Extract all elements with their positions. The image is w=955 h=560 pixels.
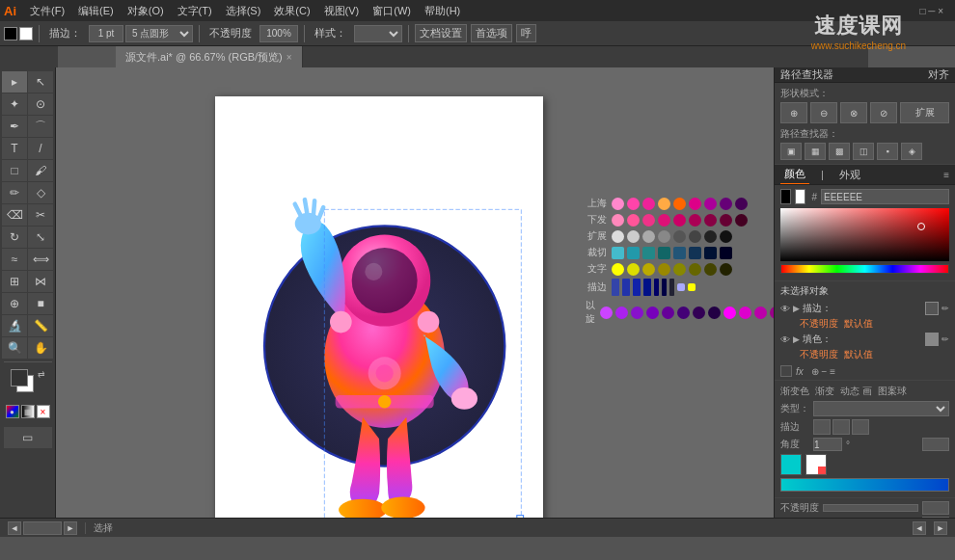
stroke-edit-icon[interactable]: ✏	[941, 304, 949, 313]
fill-triangle[interactable]: ▶	[793, 334, 800, 344]
swatch-dot[interactable]	[735, 214, 748, 227]
pen-tool[interactable]: ✒	[2, 116, 27, 137]
pf-btn-2[interactable]: ▦	[805, 143, 826, 160]
swatch-dot[interactable]	[693, 307, 705, 319]
swatch-bar[interactable]	[662, 279, 667, 296]
swatch-dot[interactable]	[704, 247, 717, 259]
swap-icon[interactable]: ⇄	[38, 369, 45, 379]
swatch-dot[interactable]	[720, 247, 732, 259]
position-value[interactable]	[922, 517, 949, 518]
shape-builder-tool[interactable]: ⊕	[2, 293, 27, 314]
swatch-dot[interactable]	[658, 214, 670, 227]
swatch-dot[interactable]	[615, 307, 628, 319]
width-tool[interactable]: ⟺	[28, 249, 53, 270]
doc-setup-button[interactable]: 文档设置	[415, 24, 467, 42]
menu-file[interactable]: 文件(F)	[24, 2, 70, 20]
swatch-dot[interactable]	[689, 263, 701, 276]
direct-selection-tool[interactable]: ↖	[28, 71, 53, 93]
free-transform-tool[interactable]: ⊞	[2, 271, 27, 292]
document-tab[interactable]: 源文件.ai* @ 66.67% (RGB/预览) ×	[116, 46, 303, 67]
swatch-bar[interactable]	[622, 279, 630, 296]
fill-edit-icon[interactable]: ✏	[941, 334, 949, 344]
swatch-dot[interactable]	[739, 307, 751, 319]
angle-input[interactable]	[813, 438, 842, 451]
color-stop-white[interactable]	[805, 454, 827, 475]
swatch-bar[interactable]	[633, 279, 641, 296]
swatch-dot[interactable]	[627, 263, 640, 276]
swatch-dot[interactable]	[708, 307, 721, 319]
opacity-value[interactable]	[922, 501, 949, 515]
swatch-dot[interactable]	[658, 263, 670, 276]
fill-color-swatch[interactable]	[925, 333, 939, 346]
line-tool[interactable]: /	[28, 138, 53, 159]
swatch-dot[interactable]	[612, 230, 624, 243]
menu-object[interactable]: 对象(O)	[122, 2, 170, 20]
preferences-button[interactable]: 首选项	[471, 24, 512, 42]
gradient-bar[interactable]	[780, 478, 949, 492]
appearance-tab[interactable]: 外观	[835, 166, 864, 184]
swatch-dot[interactable]	[689, 247, 701, 259]
gradient-tab-3[interactable]: 动态 画	[840, 385, 872, 398]
shaper-tool[interactable]: ◇	[28, 182, 53, 203]
stroke-profile-select[interactable]: 5 点圆形	[125, 25, 193, 42]
fill-swatch[interactable]	[795, 189, 805, 204]
swatch-dot[interactable]	[689, 230, 701, 243]
puppet-warp-tool[interactable]: ⋈	[28, 271, 53, 292]
swatch-dot[interactable]	[673, 198, 686, 210]
swatch-dot[interactable]	[770, 307, 774, 319]
exclude-button[interactable]: ⊘	[870, 102, 897, 123]
paintbrush-tool[interactable]: 🖌	[28, 160, 53, 181]
swatch-dot[interactable]	[642, 214, 655, 227]
swatch-dot[interactable]	[704, 263, 717, 276]
swatch-dot[interactable]	[720, 263, 732, 276]
swatch-dot[interactable]	[754, 307, 767, 319]
curvature-tool[interactable]: ⌒	[28, 116, 53, 137]
gradient-tool[interactable]: ■	[28, 293, 53, 314]
scale-tool[interactable]: ⤡	[28, 227, 53, 248]
stroke-icon-2[interactable]	[832, 419, 850, 435]
pf-btn-1[interactable]: ▣	[780, 143, 802, 160]
menu-view[interactable]: 视图(V)	[318, 2, 366, 20]
warp-tool[interactable]: ≈	[2, 249, 27, 270]
swatch-dot[interactable]	[673, 263, 686, 276]
stroke-icon-1[interactable]	[813, 419, 831, 435]
speak-button[interactable]: 呼	[516, 24, 536, 42]
swatch-dot[interactable]	[612, 198, 624, 210]
screen-mode-button[interactable]: ▭	[4, 427, 52, 448]
none-mode[interactable]: ×	[37, 405, 50, 418]
swatch-dot[interactable]	[646, 307, 659, 319]
zoom-prev-btn[interactable]: ◄	[8, 521, 21, 535]
opacity-input[interactable]	[259, 25, 298, 42]
fill-color-box[interactable]	[19, 27, 33, 40]
eraser-tool[interactable]: ⌫	[2, 204, 27, 226]
menu-window[interactable]: 窗口(W)	[367, 2, 417, 20]
magic-wand-tool[interactable]: ✦	[2, 93, 27, 115]
fx-checkbox[interactable]	[780, 365, 792, 377]
eyedropper-tool[interactable]: 🔬	[2, 315, 27, 336]
swatch-bar[interactable]	[654, 279, 659, 296]
stroke-color-swatch[interactable]	[925, 302, 939, 315]
swatch-bar[interactable]	[612, 279, 619, 296]
style-select[interactable]	[354, 25, 402, 42]
align-tab[interactable]: 对齐	[928, 67, 949, 82]
swatch-dot[interactable]	[612, 247, 624, 259]
menu-help[interactable]: 帮助(H)	[419, 2, 466, 20]
gradient-tab-4[interactable]: 图案球	[878, 385, 907, 398]
swatch-dot[interactable]	[720, 198, 732, 210]
status-right-btn[interactable]: ►	[934, 521, 947, 535]
status-left-btn[interactable]: ◄	[913, 521, 926, 535]
swatch-dot[interactable]	[677, 307, 690, 319]
fx-label[interactable]: fx	[796, 366, 804, 377]
swatch-dot[interactable]	[704, 230, 717, 243]
stroke-triangle[interactable]: ▶	[793, 304, 800, 313]
gradient-mode[interactable]: ▦	[21, 405, 35, 418]
pf-btn-4[interactable]: ◫	[853, 143, 874, 160]
stroke-icon-3[interactable]	[852, 419, 869, 435]
swatch-dot[interactable]	[688, 283, 696, 291]
pf-btn-3[interactable]: ▩	[829, 143, 850, 160]
swatch-dot[interactable]	[642, 198, 655, 210]
swatch-dot[interactable]	[658, 247, 670, 259]
type-tool[interactable]: T	[2, 138, 27, 159]
tab-close-button[interactable]: ×	[286, 52, 292, 63]
stroke-swatch[interactable]	[780, 189, 791, 204]
